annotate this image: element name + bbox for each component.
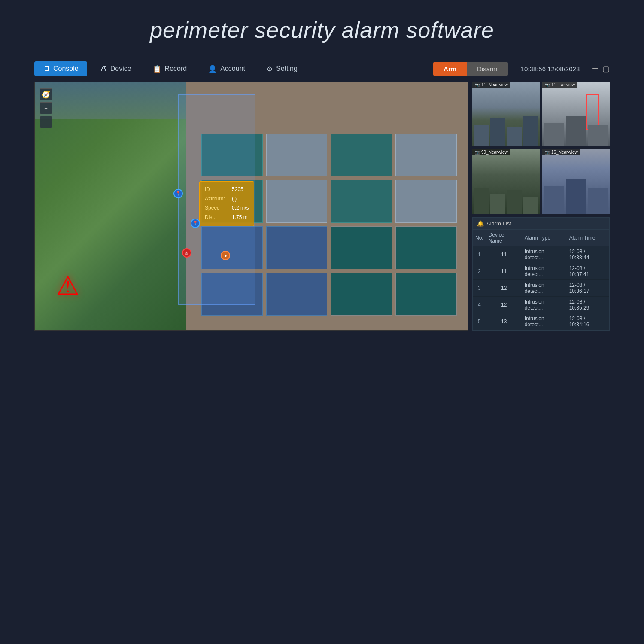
map-device-icon-2: 📍 (191, 219, 200, 228)
alarm-row-no: 2 (473, 263, 486, 280)
popup-speed-label: Speed (205, 204, 228, 213)
map-device-icon-1: 📍 (173, 189, 183, 198)
cam-building (474, 125, 489, 146)
cam-building (544, 123, 564, 146)
camera-view-99-near: 📷 99_Near-view (472, 149, 540, 214)
alarm-row-no: 4 (473, 297, 486, 313)
alarm-row-no: 5 (473, 313, 486, 330)
disarm-button[interactable]: Disarm (467, 62, 508, 76)
cam-building (588, 125, 608, 146)
map-alarm-warning: ⚠ (56, 270, 79, 301)
arm-disarm-group: Arm Disarm (433, 62, 508, 76)
nav-console[interactable]: 🖥 Console (34, 61, 87, 76)
alarm-list-header: 🔔 Alarm List (473, 218, 609, 230)
map-controls: 🧭 + − (40, 88, 52, 128)
building-cell (266, 134, 328, 177)
cam-building (523, 197, 538, 214)
alarm-row-time: 12-08 / 10:38:44 (567, 246, 609, 263)
camera-label-16-near: 📷 16_Near-view (542, 149, 580, 155)
alarm-row-device: 11 (486, 246, 522, 263)
building-cell (331, 134, 392, 177)
camera-icon-99-near: 📷 (475, 150, 480, 155)
nav-record[interactable]: 📋 Record (144, 61, 196, 76)
alarm-table-row[interactable]: 3 12 Intrusion detect... 12-08 / 10:36:1… (473, 280, 609, 297)
arm-button[interactable]: Arm (433, 62, 467, 76)
camera-view-16-near: 📷 16_Near-view (542, 149, 610, 214)
camera-icon-11-far: 📷 (545, 83, 550, 87)
target-info-popup: ID 5205 Azimuth: ( ) Speed 0.2 m/s Dist.… (199, 181, 254, 226)
cam-building (507, 127, 522, 146)
minimize-button[interactable]: ─ (592, 64, 598, 73)
cam-building (566, 116, 586, 146)
col-device: Device Name (486, 230, 522, 246)
map-alarm-icon: ⚠ (182, 248, 191, 258)
account-icon: 👤 (208, 65, 217, 73)
popup-id-label: ID (205, 185, 228, 194)
alarm-table: No. Device Name Alarm Type Alarm Time 1 … (473, 230, 609, 330)
cam-buildings-99-near (472, 188, 540, 214)
camera-view-11-near: 📷 11_Near-view (472, 82, 540, 146)
alarm-row-type: Intrusion detect... (522, 263, 567, 280)
alarm-table-header-row: No. Device Name Alarm Type Alarm Time (473, 230, 609, 246)
alarm-table-row[interactable]: 4 12 Intrusion detect... 12-08 / 10:35:2… (473, 297, 609, 313)
alarm-row-time: 12-08 / 10:34:16 (567, 313, 609, 330)
nav-account[interactable]: 👤 Account (200, 61, 254, 76)
alarm-table-row[interactable]: 1 11 Intrusion detect... 12-08 / 10:38:4… (473, 246, 609, 263)
zoom-in-button[interactable]: + (40, 102, 52, 114)
compass-button[interactable]: 🧭 (40, 88, 52, 100)
cam-building (544, 186, 564, 214)
alarm-row-time: 12-08 / 10:36:17 (567, 280, 609, 297)
alarm-row-no: 3 (473, 280, 486, 297)
console-icon: 🖥 (43, 65, 50, 73)
col-type: Alarm Type (522, 230, 567, 246)
cam-building (523, 116, 538, 146)
alarm-list-icon: 🔔 (477, 220, 484, 227)
camera-icon-16-near: 📷 (545, 150, 550, 155)
camera-label-11-far: 📷 11_Far-view (542, 82, 577, 88)
cam-building (490, 118, 505, 146)
building-cell (395, 180, 457, 223)
alarm-table-row[interactable]: 2 11 Intrusion detect... 12-08 / 10:37:4… (473, 263, 609, 280)
alarm-row-device: 11 (486, 263, 522, 280)
popup-dist-label: Dist. (205, 213, 228, 222)
alarm-row-time: 12-08 / 10:37:41 (567, 263, 609, 280)
popup-id-value: 5205 (232, 185, 243, 194)
zoom-out-button[interactable]: − (40, 116, 52, 128)
alarm-row-type: Intrusion detect... (522, 280, 567, 297)
alarm-row-time: 12-08 / 10:35:29 (567, 297, 609, 313)
alarm-row-no: 1 (473, 246, 486, 263)
building-cell (266, 226, 328, 269)
popup-azimuth-value: ( ) (232, 194, 237, 204)
cam-building (474, 188, 489, 214)
device-icon: 🖨 (100, 65, 107, 73)
cam-buildings-11-near (472, 116, 540, 146)
building-cell (266, 273, 328, 316)
window-controls: ─ ▢ (592, 64, 610, 73)
alarm-row-type: Intrusion detect... (522, 246, 567, 263)
popup-azimuth-label: Azimuth: (205, 194, 228, 204)
alarm-row-device: 12 (486, 297, 522, 313)
camera-view-11-far: 📷 11_Far-view (542, 82, 610, 146)
maximize-button[interactable]: ▢ (602, 64, 610, 73)
cam-building (588, 188, 608, 214)
alarm-table-row[interactable]: 5 13 Intrusion detect... 12-08 / 10:34:1… (473, 313, 609, 330)
datetime-display: 10:38:56 12/08/2023 (521, 65, 580, 73)
popup-speed-value: 0.2 m/s (232, 204, 249, 213)
camera-grid: 📷 11_Near-view 📷 11_Far-view (472, 82, 610, 214)
building-cell (331, 273, 392, 316)
alarm-row-device: 12 (486, 280, 522, 297)
map-satellite: ID 5205 Azimuth: ( ) Speed 0.2 m/s Dist.… (35, 82, 468, 330)
cam-buildings-11-far (542, 116, 610, 146)
popup-dist-value: 1.75 m (232, 213, 248, 222)
camera-label-11-near: 📷 11_Near-view (472, 82, 510, 88)
alarm-list: 🔔 Alarm List No. Device Name Alarm Type … (472, 217, 610, 331)
setting-icon: ⚙ (267, 65, 273, 73)
col-no: No. (473, 230, 486, 246)
map-container[interactable]: ID 5205 Azimuth: ( ) Speed 0.2 m/s Dist.… (34, 82, 468, 331)
nav-device[interactable]: 🖨 Device (91, 61, 140, 76)
col-time: Alarm Time (567, 230, 609, 246)
building-cell (395, 273, 457, 316)
nav-setting[interactable]: ⚙ Setting (258, 61, 306, 76)
navbar: 🖥 Console 🖨 Device 📋 Record 👤 Account ⚙ … (0, 56, 644, 82)
camera-label-99-near: 📷 99_Near-view (472, 149, 510, 155)
